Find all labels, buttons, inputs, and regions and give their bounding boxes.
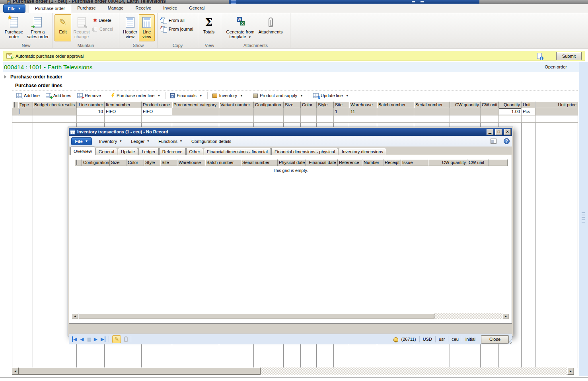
cell-quantity[interactable]: 1.00 [499, 108, 522, 115]
column-header-configuration[interactable]: Configuration [254, 102, 284, 108]
po-line-row[interactable]: 10FIFOFIFO1111.00Pcs [12, 108, 578, 115]
dialog-column-header-size[interactable]: Size [110, 159, 127, 166]
file-menu-button[interactable]: File ▼ [3, 4, 25, 13]
cancel-button[interactable]: ✖ Cancel [92, 25, 114, 33]
dialog-column-header-serial-number[interactable]: Serial number [241, 159, 278, 166]
factbox-splitter-strip[interactable] [579, 62, 588, 376]
grid-view-button[interactable]: ▦ [87, 336, 90, 342]
last-record-button[interactable]: ▶ [101, 336, 105, 342]
cell-size[interactable] [284, 108, 301, 115]
dialog-column-header-configuration[interactable]: Configuration [82, 159, 110, 166]
ribbon-tab-purchase[interactable]: Purchase [71, 4, 101, 13]
column-header-cw_quantity[interactable]: CW quantity [450, 102, 481, 108]
dialog-minimize-button[interactable]: ▁ [487, 129, 493, 135]
column-header-item_number[interactable]: Item number [105, 102, 142, 108]
dialog-column-header-site[interactable]: Site [160, 159, 177, 166]
column-header-serial_number[interactable]: Serial number [414, 102, 450, 108]
purchase-order-button[interactable]: ★ Purchase order [2, 14, 26, 41]
select-all-checkbox-cell[interactable] [12, 102, 18, 108]
dialog-scroll-left-button[interactable]: ◄ [72, 313, 78, 319]
column-header-product_name[interactable]: Product name [142, 102, 172, 108]
notification-bell-icon[interactable] [393, 337, 398, 342]
column-header-variant_number[interactable]: Variant number [219, 102, 254, 108]
po-empty-row[interactable] [12, 115, 578, 123]
partition-indicator[interactable]: initial [465, 337, 475, 342]
ribbon-tab-invoice[interactable]: Invoice [157, 4, 183, 13]
column-header-batch_number[interactable]: Batch number [377, 102, 414, 108]
column-header-style[interactable]: Style [317, 102, 334, 108]
dialog-column-header-style[interactable]: Style [144, 159, 160, 166]
inventory-menu[interactable]: Inventory▼ [211, 92, 244, 99]
dialog-column-header-financial-date[interactable]: Financial date [306, 159, 338, 166]
scroll-left-button[interactable]: ◄ [12, 367, 19, 375]
column-header-quantity[interactable]: Quantity [499, 102, 522, 108]
column-header-budget_check_results[interactable]: Budget check results [33, 102, 77, 108]
column-header-color[interactable]: Color [301, 102, 317, 108]
dialog-tab-inventory-dimensions[interactable]: Inventory dimensions [339, 148, 386, 155]
dialog-column-header-batch-number[interactable]: Batch number [205, 159, 241, 166]
submit-button[interactable]: Submit [556, 52, 582, 60]
dialog-close-button[interactable]: ✕ [504, 129, 511, 135]
column-header-cw_unit[interactable]: CW unit [481, 102, 499, 108]
purchase-order-line-menu[interactable]: Purchase order line▼ [110, 92, 162, 99]
column-header-site[interactable]: Site [334, 102, 349, 108]
dialog-column-header-physical-date[interactable]: Physical date [278, 159, 306, 166]
line-view-button[interactable]: Line view [139, 14, 155, 41]
cell-item_number[interactable]: FIFO [105, 108, 142, 115]
dialog-column-header-warehouse[interactable]: Warehouse [177, 159, 205, 166]
dialog-column-header-reference[interactable]: Reference [338, 159, 362, 166]
financials-menu[interactable]: Financials▼ [169, 92, 203, 99]
cell-color[interactable] [301, 108, 317, 115]
expand-triangle-icon[interactable] [4, 75, 6, 78]
dialog-scrollbar-thumb[interactable] [78, 313, 434, 319]
from-all-button[interactable]: ➚ From all [160, 17, 195, 24]
totals-button[interactable]: Σ Totals [200, 14, 218, 41]
dialog-column-header-receipt[interactable]: Receipt [384, 159, 401, 166]
edit-button[interactable]: ✎ Edit [55, 14, 71, 41]
dialog-tab-financial-dimensions---financial[interactable]: Financial dimensions - financial [204, 148, 271, 155]
ribbon-tab-purchase-order[interactable]: Purchase order [29, 4, 71, 13]
company-indicator[interactable]: ceu [452, 337, 459, 342]
cell-cw_quantity[interactable] [450, 108, 481, 115]
column-header-type[interactable]: Type [18, 102, 33, 108]
currency-indicator[interactable]: USD [423, 337, 432, 342]
dialog-menu-inventory[interactable]: Inventory▼ [99, 139, 122, 144]
cell-unit[interactable]: Pcs [522, 108, 535, 115]
dialog-file-menu-button[interactable]: File ▼ [71, 137, 92, 145]
scroll-right-button[interactable]: ► [567, 367, 574, 375]
cell-configuration[interactable] [254, 108, 284, 115]
dialog-scroll-right-button[interactable]: ► [502, 313, 509, 319]
select-all-checkbox[interactable] [14, 102, 15, 107]
dialog-tab-ledger[interactable]: Ledger [138, 148, 158, 155]
dialog-column-header-blank[interactable] [489, 159, 508, 166]
column-header-unit[interactable]: Unit [522, 102, 535, 108]
cell-procurement_category[interactable] [172, 108, 219, 115]
dialog-tab-overview[interactable]: Overview [70, 147, 95, 155]
request-change-button[interactable]: ✎ Request change [71, 14, 92, 41]
cell-cw_unit[interactable] [481, 108, 499, 115]
dialog-column-header-number[interactable]: Number [362, 159, 384, 166]
help-icon[interactable]: ? [504, 138, 510, 144]
cell-line_number[interactable]: 10 [77, 108, 105, 115]
previous-record-button[interactable]: ◀ [80, 336, 84, 342]
dialog-tab-financial-dimensions---physical[interactable]: Financial dimensions - physical [271, 148, 338, 155]
user-indicator[interactable]: usr [439, 337, 445, 342]
header-view-button[interactable]: Header view [121, 14, 139, 41]
delete-button[interactable]: ✖ Delete [92, 17, 114, 24]
first-record-button[interactable]: ◀ [72, 336, 77, 342]
column-header-procurement_category[interactable]: Procurement category [172, 102, 219, 108]
cell-budget_check_results[interactable] [33, 108, 77, 115]
cell-unit_price[interactable] [535, 108, 578, 115]
ribbon-tab-general[interactable]: General [183, 4, 210, 13]
layout-pane-icon[interactable] [491, 139, 496, 144]
dialog-maximize-button[interactable]: □ [495, 129, 502, 135]
dialog-column-header-cw-unit[interactable]: CW unit [467, 159, 489, 166]
add-line-button[interactable]: → Add line [15, 92, 41, 99]
dialog-menu-functions[interactable]: Functions▼ [158, 139, 183, 144]
dialog-column-header-issue[interactable]: Issue [401, 159, 428, 166]
cell-batch_number[interactable] [377, 108, 414, 115]
attachments-button[interactable]: Attachments [257, 14, 284, 41]
cell-warehouse[interactable]: 11 [349, 108, 377, 115]
dialog-select-all-checkbox[interactable] [76, 160, 77, 165]
purchase-order-header-section[interactable]: Purchase order header [3, 73, 581, 81]
